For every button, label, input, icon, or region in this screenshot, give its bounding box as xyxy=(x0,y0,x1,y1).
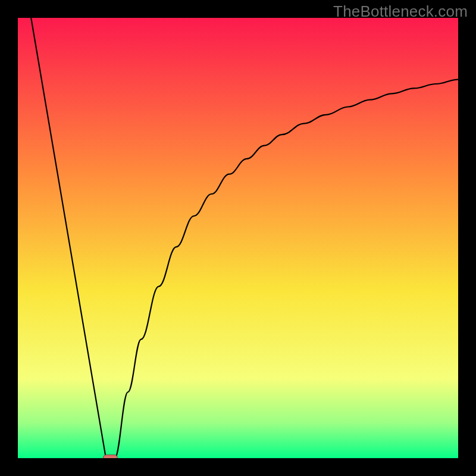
chart-frame: TheBottleneck.com xyxy=(0,0,476,476)
plot-area xyxy=(18,18,458,458)
gradient-background xyxy=(18,18,458,458)
optimum-marker xyxy=(103,455,117,459)
chart-svg xyxy=(18,18,458,458)
